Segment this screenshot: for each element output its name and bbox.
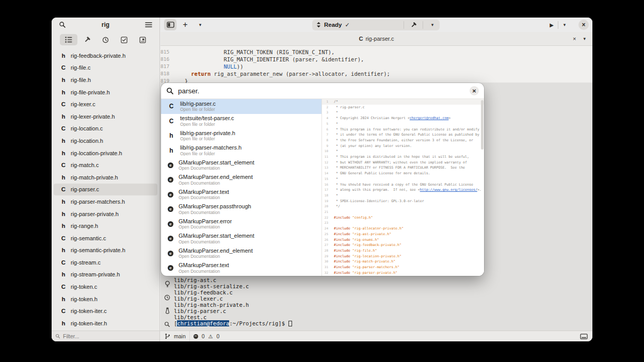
tab-file-name: rig-parser.c (365, 36, 394, 42)
warnings-count[interactable]: 0 (217, 333, 220, 339)
new-tab-button[interactable]: + (179, 19, 191, 30)
omnibar[interactable]: Ready ✓ ▾ (312, 20, 440, 30)
search-icon (55, 334, 60, 339)
todo-icon[interactable] (115, 34, 133, 45)
sidebar-file-item[interactable]: C rig-match.c (54, 159, 157, 171)
search-icon (166, 87, 174, 95)
search-result-item[interactable]: e GMarkupParser.start_element Open Docum… (161, 158, 321, 173)
sidebar-file-item[interactable]: h rig-lexer-private.h (54, 110, 157, 123)
preview-code-line: 2 * rig-parser.c (322, 105, 484, 110)
file-type-icon: h (61, 89, 66, 95)
file-type-icon: C (61, 101, 66, 107)
file-type-icon: h (61, 199, 66, 205)
sidebar-file-item[interactable]: h rig-location-private.h (54, 147, 157, 159)
file-type-icon: h (61, 174, 66, 180)
sidebar-file-item[interactable]: C rig-parser.c (54, 184, 157, 196)
search-popup-header: ✕ (161, 83, 484, 99)
preview-code-line: 6 * This program is free software: you c… (322, 127, 484, 133)
git-branch-icon (165, 333, 170, 339)
terminal-line: lib/rig-parser.c (174, 308, 592, 314)
build-options-caret-icon[interactable]: ▾ (426, 19, 439, 30)
sidebar-file-item[interactable]: h rig-range.h (54, 220, 157, 232)
history-icon[interactable] (97, 34, 115, 45)
sidebar-file-item[interactable]: C rig-token-iter.c (54, 305, 157, 317)
build-hammer-icon[interactable] (407, 19, 420, 30)
search-result-item[interactable]: C testsuite/test-parser.c Open file or f… (161, 114, 321, 129)
sidebar-file-item[interactable]: C rig-stream.c (54, 256, 157, 269)
filter-input[interactable] (63, 333, 156, 339)
bottom-bar: main − 0 ⚠ 0 (52, 331, 592, 341)
documentation-icon: e (168, 251, 173, 256)
file-type-icon: C (61, 259, 66, 266)
search-result-item[interactable]: e GMarkupParser.end_element Open Documen… (161, 173, 321, 188)
sidebar-file-item[interactable]: C rig-location.c (54, 123, 157, 135)
errors-count[interactable]: 0 (202, 333, 205, 339)
search-input[interactable] (178, 87, 465, 95)
new-tab-caret-icon[interactable]: ▾ (194, 19, 206, 30)
sidebar-file-item[interactable]: h rig-file.h (54, 74, 157, 86)
terminal-panel[interactable]: lib/rig-ast.clib/rig-ast-serialize.clib/… (160, 277, 592, 331)
menu-icon[interactable] (142, 19, 155, 30)
sidebar-file-item[interactable]: h rig-file-private.h (54, 86, 157, 98)
sidebar-file-item[interactable]: h rig-token.h (54, 293, 157, 305)
sidebar-file-item[interactable]: h rig-parser-private.h (54, 208, 157, 220)
tab-bar: Crig-parser.c × ▾ (160, 32, 592, 46)
documentation-icon: e (168, 192, 173, 198)
sidebar-file-item[interactable]: h rig-parser-matchers.h (54, 195, 157, 208)
file-type-icon: C (61, 235, 66, 241)
preview-scrollbar[interactable] (481, 100, 484, 150)
history-icon[interactable] (164, 293, 170, 301)
file-preview-pane[interactable]: 1/* 2 * rig-parser.c 3 * 4 * Copyright 2… (322, 99, 484, 276)
code-line: 816 RIG_MATCH_IDENTIFIER (parser, &ident… (160, 56, 592, 63)
sidebar-file-item[interactable]: h rig-semantic-private.h (54, 244, 157, 257)
run-options-caret-icon[interactable]: ▾ (558, 19, 571, 30)
sidebar-file-item[interactable]: h rig-match-private.h (54, 171, 157, 184)
sidebar-file-item[interactable]: h rig-feedback-private.h (54, 50, 157, 62)
file-type-icon: C (61, 284, 66, 290)
file-type-icon: h (61, 77, 66, 83)
lightbulb-icon[interactable] (165, 280, 170, 288)
search-result-item[interactable]: h lib/rig-parser-matchers.h Open file or… (161, 143, 321, 158)
sidebar-file-item[interactable]: C rig-lexer.c (54, 98, 157, 110)
close-icon[interactable]: ✕ (470, 86, 479, 95)
sidebar-file-item[interactable]: h rig-stream-private.h (54, 269, 157, 281)
keyboard-icon[interactable] (580, 333, 588, 340)
preview-code-line: 27#include "rig-feedback-private.h" (322, 242, 484, 248)
search-result-item[interactable]: h lib/rig-parser-private.h Open file or … (161, 128, 321, 143)
search-result-item[interactable]: e GMarkupParser.passthrough Open Documen… (161, 202, 321, 217)
file-type-icon: C (168, 103, 175, 110)
window-close-button[interactable]: × (578, 20, 589, 30)
panel-toggle-icon[interactable] (164, 19, 176, 30)
preview-code-line: 21 (322, 209, 484, 215)
file-type-icon: h (61, 113, 66, 120)
tab-rig-parser[interactable]: Crig-parser.c (160, 36, 592, 42)
search-icon[interactable] (164, 320, 170, 328)
search-icon[interactable] (56, 19, 69, 30)
search-result-item[interactable]: e GMarkupParser.text Open Documentation (161, 261, 321, 276)
sidebar-file-item[interactable]: C rig-semantic.c (54, 232, 157, 244)
source-editor[interactable]: 815 RIG_MATCH_TOKEN (RIG_TOKEN_C_INT), 8… (160, 46, 592, 83)
sidebar-file-item[interactable]: C rig-token.c (54, 281, 157, 293)
sidebar-file-item[interactable]: h rig-location.h (54, 135, 157, 147)
preview-code: 1/* 2 * rig-parser.c 3 * 4 * Copyright 2… (322, 99, 484, 276)
sidebar-headerbar: rig (52, 18, 159, 32)
documentation-icon[interactable] (134, 34, 151, 45)
project-file-list: h rig-feedback-private.h C rig-file.c h … (52, 47, 159, 331)
search-result-item[interactable]: e GMarkupParser.text Open Documentation (161, 187, 321, 202)
sidebar-file-item[interactable]: C rig-file.c (54, 62, 157, 74)
terminal-line: lib/test.c (174, 314, 592, 320)
build-icon[interactable] (78, 34, 96, 45)
search-result-item[interactable]: C lib/rig-parser.c Open file or folder (161, 99, 321, 114)
terminal-cursor (288, 321, 292, 326)
run-button[interactable]: ▶ (545, 19, 558, 30)
sidebar-file-item[interactable]: h rig-token-iter.h (54, 317, 157, 330)
search-result-item[interactable]: e GMarkupParser.end_element Open Documen… (161, 246, 321, 261)
branch-label[interactable]: main (174, 333, 186, 339)
file-type-icon: h (61, 150, 66, 156)
flask-icon[interactable] (165, 307, 170, 315)
search-result-item[interactable]: e GMarkupParser.start_element Open Docum… (161, 232, 321, 246)
project-tree-icon[interactable] (60, 34, 77, 45)
search-result-item[interactable]: e GMarkupParser.error Open Documentation (161, 217, 321, 232)
builder-window: rig h rig-feedback-private.h (52, 18, 592, 341)
preview-code-line: 10 * (322, 149, 484, 154)
